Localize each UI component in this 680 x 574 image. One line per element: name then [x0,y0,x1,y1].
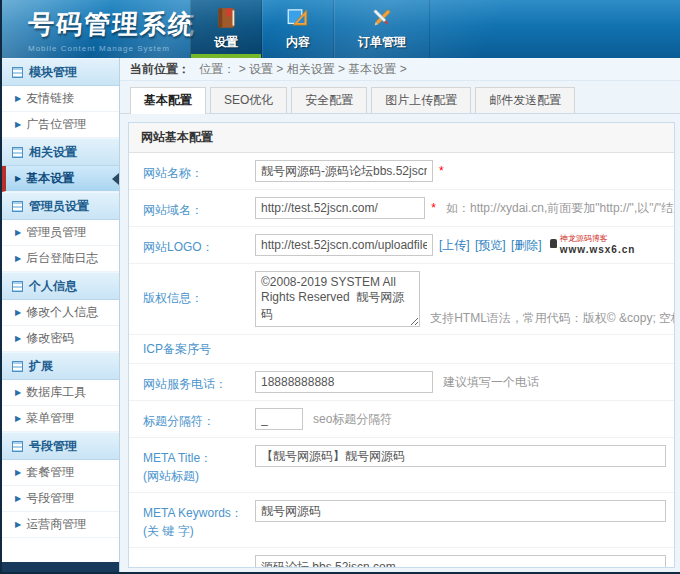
form-row-logo: 网站LOGO： [上传] [预览] [删除] 神龙源码 [129,227,674,264]
form-row-phone: 网站服务电话： 建议填写一个电话 [129,364,674,401]
sidebar-section-extensions[interactable]: 扩展 [2,352,119,380]
meta-keywords-input[interactable] [255,500,666,522]
nav-order-manage-label: 订单管理 [358,34,406,51]
form-row-meta-title: META Title： (网站标题) [129,438,674,493]
arrow-right-icon: ▶ [15,468,21,477]
app-header: 号码管理系统 Mobile Content Manage System 设置 [2,0,680,58]
meta-title-sublabel: (网站标题) [143,467,255,485]
meta-description-textarea[interactable]: 源码论坛 bbs.52jscn.com [255,555,666,567]
form-row-title-separator: 标题分隔符： seo标题分隔符 [129,401,674,438]
app-subtitle: Mobile Content Manage System [28,44,190,53]
top-nav: 设置 内容 [190,0,430,58]
watermark-url: www.wsx6.cn [560,244,636,255]
form-row-domain: 网站域名： * 如：http://xydai.cn,前面要加"http://",… [129,190,674,227]
arrow-right-icon: ▶ [15,174,21,183]
section-title: 相关设置 [29,144,77,161]
preview-link[interactable]: [预览] [475,238,506,252]
arrow-right-icon: ▶ [15,308,21,317]
arrow-right-icon: ▶ [15,94,21,103]
grid-icon [12,201,23,212]
sidebar-item-basic-settings[interactable]: ▶ 基本设置 [2,166,119,192]
grid-icon [12,67,23,78]
sidebar-item-admin-manage[interactable]: ▶ 管理员管理 [2,220,119,246]
sidebar-fill [2,538,119,562]
sidebar-item-operator-manage[interactable]: ▶ 运营商管理 [2,512,119,538]
sidebar-item-change-password[interactable]: ▶ 修改密码 [2,326,119,352]
nav-order-manage[interactable]: 订单管理 [334,0,430,58]
sidebar-section-admin-settings[interactable]: 管理员设置 [2,192,119,220]
tab-image-upload[interactable]: 图片上传配置 [371,87,471,113]
section-title: 模块管理 [29,64,77,81]
logo-url-input[interactable] [255,234,433,256]
settings-form: 网站名称： * 网站域名： * 如：http://xydai.cn,前面要加"h… [129,153,674,567]
copyright-label: 版权信息： [143,289,255,307]
sidebar-section-related-settings[interactable]: 相关设置 [2,138,119,166]
grid-icon [12,147,23,158]
tab-mail-send[interactable]: 邮件发送配置 [475,87,575,113]
arrow-right-icon: ▶ [15,388,21,397]
sidebar-section-module-manage[interactable]: 模块管理 [2,58,119,86]
title-separator-input[interactable] [255,408,303,430]
section-title: 个人信息 [29,278,77,295]
service-phone-input[interactable] [255,371,433,393]
delete-link[interactable]: [删除] [511,238,542,252]
form-row-icp: ICP备案序号 [129,335,674,364]
form-row-copyright: 版权信息： ©2008-2019 SYSTEM All Rights Reser… [129,264,674,335]
page: 号码管理系统 Mobile Content Manage System 设置 [0,0,680,574]
active-pointer-icon [112,173,119,185]
tab-security[interactable]: 安全配置 [291,87,367,113]
sidebar-item-segment-manage[interactable]: ▶ 号段管理 [2,486,119,512]
arrow-right-icon: ▶ [15,494,21,503]
logo-label: 网站LOGO： [143,238,255,256]
arrow-right-icon: ▶ [15,520,21,529]
sidebar-item-friend-links[interactable]: ▶ 友情链接 [2,86,119,112]
book-icon [213,5,239,31]
arrow-right-icon: ▶ [15,414,21,423]
sidebar-item-db-tools[interactable]: ▶ 数据库工具 [2,380,119,406]
sidebar-item-ad-manage[interactable]: ▶ 广告位管理 [2,112,119,138]
logo-actions: [上传] [预览] [删除] [439,237,544,254]
section-title: 扩展 [29,358,53,375]
pen-brush-icon [369,5,395,31]
ink-bottle-icon [550,239,557,248]
sidebar-footer [2,562,119,574]
sidebar-section-number-segment[interactable]: 号段管理 [2,432,119,460]
phone-label: 网站服务电话： [143,375,255,393]
meta-title-input[interactable] [255,445,666,467]
grid-icon [12,441,23,452]
arrow-right-icon: ▶ [15,120,21,129]
separator-hint: seo标题分隔符 [313,411,392,428]
nav-content[interactable]: 内容 [262,0,334,58]
form-row-site-name: 网站名称： * [129,153,674,190]
app-title: 号码管理系统 [27,7,191,42]
tab-basic-config[interactable]: 基本配置 [130,87,206,114]
meta-keywords-label: META Keywords： [143,504,255,522]
upload-link[interactable]: [上传] [439,238,470,252]
domain-label: 网站域名： [143,201,255,219]
site-name-input[interactable] [255,160,433,182]
required-asterisk: * [431,201,436,215]
sidebar: 模块管理 ▶ 友情链接 ▶ 广告位管理 相关设置 ▶ 基本设置 管理员设置 [2,58,120,574]
site-name-label: 网站名称： [143,164,255,182]
tab-seo[interactable]: SEO优化 [210,87,287,113]
panel-title: 网站基本配置 [129,123,674,153]
sidebar-section-personal-info[interactable]: 个人信息 [2,272,119,300]
arrow-right-icon: ▶ [15,228,21,237]
meta-keywords-sublabel: (关 键 字) [143,522,255,540]
watermark-tagline: 神龙源码博客 [560,235,636,244]
meta-description-label: Meta Description： [143,565,255,567]
breadcrumb-path: 位置： > 设置 > 相关设置 > 基本设置 > [199,62,406,76]
nav-settings[interactable]: 设置 [190,0,262,58]
sidebar-item-edit-profile[interactable]: ▶ 修改个人信息 [2,300,119,326]
breadcrumb-label: 当前位置： [130,62,190,76]
sidebar-item-package-manage[interactable]: ▶ 套餐管理 [2,460,119,486]
copyright-textarea[interactable]: ©2008-2019 SYSTEM All Rights Reserved 靓号… [255,271,420,327]
arrow-right-icon: ▶ [15,254,21,263]
sidebar-item-menu-manage[interactable]: ▶ 菜单管理 [2,406,119,432]
form-row-meta-keywords: META Keywords： (关 键 字) [129,493,674,548]
icp-label: ICP备案序号 [143,340,255,358]
domain-input[interactable] [255,197,425,219]
sidebar-item-login-log[interactable]: ▶ 后台登陆日志 [2,246,119,272]
phone-hint: 建议填写一个电话 [443,374,539,391]
form-row-meta-description: Meta Description： (网站描述 ) 源码论坛 bbs.52jsc… [129,548,674,567]
